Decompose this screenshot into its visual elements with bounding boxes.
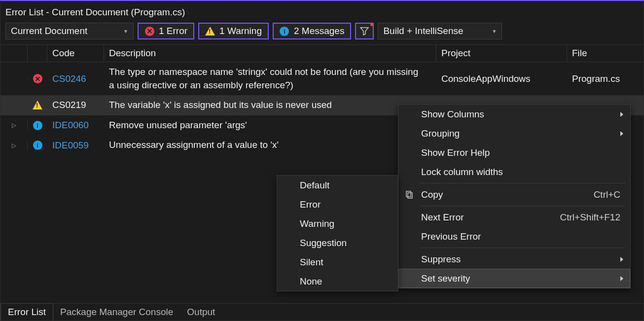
menu-show-columns[interactable]: Show Columns xyxy=(398,105,630,124)
project-cell: ConsoleAppWindows xyxy=(436,72,567,85)
funnel-icon xyxy=(359,26,369,36)
filter-active-dot xyxy=(370,23,374,26)
severity-option-default[interactable]: Default xyxy=(277,176,398,195)
toolbar: Current Document ▼ 1 Error 1 Warning i 2… xyxy=(0,21,644,44)
column-header-severity[interactable] xyxy=(28,45,47,62)
menu-next-error[interactable]: Next Error Ctrl+Shift+F12 xyxy=(398,208,630,227)
warning-filter-button[interactable]: 1 Warning xyxy=(198,23,269,39)
menu-lock-column-widths[interactable]: Lock column widths xyxy=(398,162,630,181)
menu-separator xyxy=(420,183,625,183)
column-header-code[interactable]: Code xyxy=(47,45,104,62)
build-filter-label: Build + IntelliSense xyxy=(383,26,463,36)
code-cell[interactable]: IDE0059 xyxy=(47,139,104,152)
severity-option-error[interactable]: Error xyxy=(277,195,398,214)
warning-icon xyxy=(33,101,42,109)
menu-separator xyxy=(420,248,625,248)
chevron-down-icon: ▼ xyxy=(492,29,497,34)
file-cell: Program.cs xyxy=(567,72,644,85)
expand-toggle xyxy=(0,78,28,80)
submenu-arrow-icon xyxy=(620,112,623,117)
menu-set-severity[interactable]: Set severity xyxy=(398,269,630,288)
svg-rect-0 xyxy=(406,191,411,197)
column-header-description[interactable]: Description xyxy=(104,45,436,62)
error-icon xyxy=(33,74,42,83)
svg-rect-1 xyxy=(408,193,412,198)
submenu-arrow-icon xyxy=(620,257,623,262)
tab-output[interactable]: Output xyxy=(180,304,222,321)
error-icon xyxy=(145,27,154,36)
tab-error-list[interactable]: Error List xyxy=(0,303,53,321)
message-count-label: 2 Messages xyxy=(294,26,344,36)
description-cell: Unnecessary assignment of a value to 'x' xyxy=(104,138,436,153)
severity-cell: i xyxy=(28,121,47,130)
description-cell: Remove unused parameter 'args' xyxy=(104,118,436,133)
menu-previous-error[interactable]: Previous Error xyxy=(398,227,630,246)
grip-strip[interactable] xyxy=(3,1,641,5)
column-header-expand[interactable] xyxy=(0,45,28,62)
severity-option-suggestion[interactable]: Suggestion xyxy=(277,233,398,252)
error-count-label: 1 Error xyxy=(159,26,187,36)
copy-icon xyxy=(404,190,414,200)
expand-arrow-icon: ▷ xyxy=(12,142,16,149)
code-cell: CS0219 xyxy=(47,99,104,111)
expand-toggle[interactable]: ▷ xyxy=(0,141,28,150)
panel-title: Error List - Current Document (Program.c… xyxy=(0,6,644,21)
expand-toggle xyxy=(0,104,28,106)
expand-arrow-icon: ▷ xyxy=(12,122,16,129)
severity-option-silent[interactable]: Silent xyxy=(277,252,398,272)
menu-separator xyxy=(420,206,625,206)
table-header: Code Description Project File xyxy=(0,44,644,62)
severity-option-warning[interactable]: Warning xyxy=(277,214,398,233)
context-menu: Show Columns Grouping Show Error Help Lo… xyxy=(398,104,631,288)
severity-cell xyxy=(28,74,47,83)
severity-option-none[interactable]: None xyxy=(277,272,398,291)
message-filter-button[interactable]: i 2 Messages xyxy=(273,23,351,39)
submenu-arrow-icon xyxy=(620,276,623,281)
filter-funnel-button[interactable] xyxy=(355,23,374,39)
code-cell[interactable]: CS0246 xyxy=(47,72,104,85)
tab-package-manager-console[interactable]: Package Manager Console xyxy=(53,304,180,321)
chevron-down-icon: ▼ xyxy=(123,29,128,34)
warning-icon xyxy=(205,27,215,36)
info-icon: i xyxy=(280,27,289,36)
severity-cell xyxy=(28,101,47,109)
column-header-file[interactable]: File xyxy=(567,45,644,62)
bottom-tab-strip: Error List Package Manager Console Outpu… xyxy=(0,303,644,321)
error-filter-button[interactable]: 1 Error xyxy=(138,23,194,39)
warning-count-label: 1 Warning xyxy=(219,26,262,36)
info-icon: i xyxy=(33,121,42,130)
expand-toggle[interactable]: ▷ xyxy=(0,121,28,130)
copy-shortcut: Ctrl+C xyxy=(594,189,620,200)
code-cell[interactable]: IDE0060 xyxy=(47,119,104,132)
severity-submenu: Default Error Warning Suggestion Silent … xyxy=(277,175,398,291)
table-row[interactable]: CS0246The type or namespace name 'string… xyxy=(0,62,644,95)
scope-label: Current Document xyxy=(11,26,87,36)
menu-suppress[interactable]: Suppress xyxy=(398,250,630,269)
menu-show-error-help[interactable]: Show Error Help xyxy=(398,143,630,162)
severity-cell: i xyxy=(28,141,47,150)
column-header-project[interactable]: Project xyxy=(436,45,567,62)
submenu-arrow-icon xyxy=(620,131,623,136)
scope-dropdown[interactable]: Current Document ▼ xyxy=(5,23,134,39)
description-cell: The variable 'x' is assigned but its val… xyxy=(104,98,436,113)
description-cell: The type or namespace name 'stringx' cou… xyxy=(104,65,436,93)
info-icon: i xyxy=(33,141,42,150)
menu-grouping[interactable]: Grouping xyxy=(398,124,630,143)
build-filter-dropdown[interactable]: Build + IntelliSense ▼ xyxy=(378,23,502,39)
menu-copy[interactable]: Copy Ctrl+C xyxy=(398,185,630,204)
next-error-shortcut: Ctrl+Shift+F12 xyxy=(560,212,621,223)
